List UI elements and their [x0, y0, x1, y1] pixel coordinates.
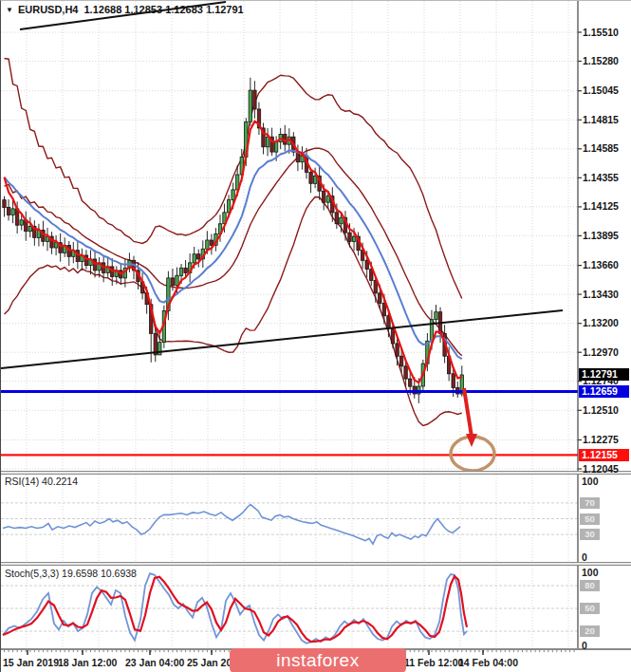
- rsi-level-30: 30: [580, 529, 600, 540]
- grid: [1, 1, 578, 647]
- price-tick-label: 1.13430: [583, 289, 630, 300]
- price-tick-label: 1.12275: [583, 434, 630, 445]
- rsi-line: [3, 505, 460, 545]
- price-tick-label: 1.15510: [583, 27, 630, 38]
- price-tick-label: 1.15280: [583, 55, 630, 66]
- stoch-scale-0: 0: [582, 640, 587, 651]
- price-tick-label: 1.13200: [583, 317, 630, 328]
- price-label-red-line: 1.12155: [579, 449, 629, 461]
- price-tick-label: 1.13660: [583, 259, 630, 271]
- rsi-level-70: 70: [580, 497, 600, 509]
- rsi-panel-splitter[interactable]: [1, 471, 631, 475]
- price-tick-label: 1.14815: [583, 114, 630, 125]
- rsi-level-50: 50: [580, 513, 600, 525]
- time-tick-label: 23 Jan 04:00: [125, 657, 184, 668]
- trend-line-2[interactable]: [20, 2, 226, 29]
- price-tick-label: 1.12970: [583, 346, 630, 358]
- price-label-current: 1.12791: [579, 368, 629, 381]
- price-tick-label: 1.12045: [583, 463, 630, 475]
- price-tick-label: 1.14355: [583, 172, 630, 183]
- time-tick-label: 18 Jan 12:00: [58, 657, 117, 668]
- time-tick-label: 11 Feb 12:00: [404, 657, 463, 668]
- price-tick-label: 1.13895: [583, 230, 630, 241]
- instaforex-watermark: instaforex: [230, 648, 406, 672]
- stoch-level-20: 20: [580, 625, 600, 637]
- price-tick-label: 1.15045: [583, 84, 630, 96]
- time-tick-label: 14 Feb 04:00: [458, 657, 518, 668]
- trend-line-1[interactable]: [1, 310, 563, 368]
- stoch-panel-splitter[interactable]: [1, 562, 631, 566]
- down-arrow-annotation[interactable]: [464, 388, 472, 437]
- candlesticks: [3, 78, 464, 403]
- rsi-scale-0: 0: [582, 551, 587, 563]
- stoch-scale-100: 100: [582, 567, 599, 578]
- rsi-scale-100: 100: [582, 476, 599, 487]
- price-tick-label: 1.14125: [583, 200, 630, 212]
- time-tick-label: 15 Jan 2019: [3, 657, 59, 668]
- stoch-level-80: 80: [580, 580, 600, 591]
- mt4-chart-window: ▼EURUSD,H41.12688 1.12853 1.12683 1.1279…: [0, 0, 631, 672]
- stoch-indicator-label: Stoch(5,3,3) 19.6598 10.6938: [5, 568, 137, 579]
- down-arrow-head: [466, 434, 477, 447]
- price-tick-label: 1.12510: [583, 404, 630, 416]
- rsi-indicator-label: RSI(14) 40.2214: [5, 476, 78, 487]
- price-tick-label: 1.14585: [583, 142, 630, 154]
- bollinger-bands: [5, 59, 462, 426]
- price-label-blue-line: 1.12659: [579, 385, 629, 398]
- stoch-level-50: 50: [580, 603, 600, 614]
